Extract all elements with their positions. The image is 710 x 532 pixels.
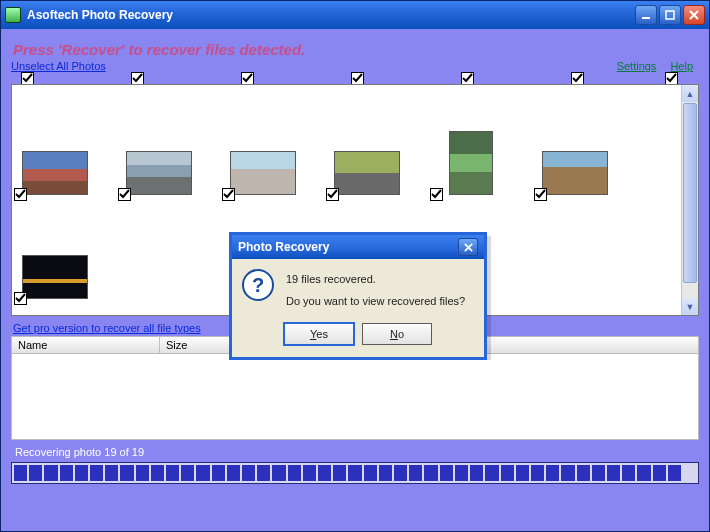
photo-thumbnail (126, 151, 192, 195)
vertical-scrollbar[interactable]: ▲ ▼ (681, 85, 698, 315)
progress-segment (166, 465, 179, 481)
progress-segment (257, 465, 270, 481)
window-title: Asoftech Photo Recovery (27, 8, 635, 22)
title-bar: Asoftech Photo Recovery (1, 1, 709, 29)
dialog-line2: Do you want to view recovered files? (286, 295, 465, 307)
thumbnail-item[interactable] (124, 125, 194, 195)
scroll-down-button[interactable]: ▼ (682, 298, 698, 315)
photo-thumbnail (230, 151, 296, 195)
progress-segment (29, 465, 42, 481)
thumbnail-item[interactable] (540, 125, 610, 195)
progress-segment (242, 465, 255, 481)
app-icon (5, 7, 21, 23)
progress-segment (303, 465, 316, 481)
main-window: Asoftech Photo Recovery Press 'Recover' … (0, 0, 710, 532)
progress-segment (440, 465, 453, 481)
progress-segment (485, 465, 498, 481)
progress-segment (333, 465, 346, 481)
progress-segment (318, 465, 331, 481)
dialog-line1: 19 files recovered. (286, 273, 465, 285)
pro-version-link[interactable]: Get pro version to recover all file type… (13, 322, 201, 334)
thumbnail-checkbox[interactable] (534, 188, 547, 201)
app-body: Press 'Recover' to recover files detecte… (1, 29, 709, 531)
scroll-thumb[interactable] (683, 103, 697, 283)
photo-thumbnail (22, 255, 88, 299)
progress-segment (44, 465, 57, 481)
photo-thumbnail (334, 151, 400, 195)
progress-segment (546, 465, 559, 481)
thumbnail-item[interactable] (20, 229, 90, 299)
progress-segment (607, 465, 620, 481)
unselect-all-link[interactable]: Unselect All Photos (11, 60, 106, 72)
maximize-button[interactable] (659, 5, 681, 25)
progress-segment (14, 465, 27, 481)
progress-segment (212, 465, 225, 481)
progress-segment (151, 465, 164, 481)
scroll-up-button[interactable]: ▲ (682, 85, 698, 102)
status-text: Recovering photo 19 of 19 (11, 440, 699, 462)
progress-segment (379, 465, 392, 481)
progress-segment (288, 465, 301, 481)
progress-segment (272, 465, 285, 481)
progress-segment (561, 465, 574, 481)
photo-thumbnail (542, 151, 608, 195)
progress-segment (136, 465, 149, 481)
question-icon: ? (242, 269, 274, 301)
progress-segment (60, 465, 73, 481)
settings-link[interactable]: Settings (617, 60, 657, 72)
svg-rect-1 (666, 11, 674, 19)
window-buttons (635, 5, 705, 25)
progress-segment (516, 465, 529, 481)
banner-text: Press 'Recover' to recover files detecte… (11, 37, 699, 60)
thumbnail-item[interactable] (20, 125, 90, 195)
progress-segment (683, 465, 696, 481)
progress-segment (364, 465, 377, 481)
file-grid-body (11, 354, 699, 440)
progress-segment (531, 465, 544, 481)
photo-thumbnail (449, 131, 493, 195)
thumbnail-checkbox[interactable] (14, 188, 27, 201)
progress-segment (424, 465, 437, 481)
photo-thumbnail (22, 151, 88, 195)
dialog-close-button[interactable] (458, 238, 478, 256)
toolbar: Unselect All Photos Settings Help (11, 60, 699, 72)
progress-segment (455, 465, 468, 481)
progress-segment (653, 465, 666, 481)
dialog-title-bar: Photo Recovery (232, 235, 484, 259)
progress-segment (181, 465, 194, 481)
minimize-button[interactable] (635, 5, 657, 25)
dialog-title-text: Photo Recovery (238, 240, 458, 254)
close-button[interactable] (683, 5, 705, 25)
progress-segment (196, 465, 209, 481)
thumbnail-item[interactable] (228, 125, 298, 195)
thumbnail-checkbox[interactable] (430, 188, 443, 201)
progress-segment (622, 465, 635, 481)
progress-segment (75, 465, 88, 481)
progress-segment (409, 465, 422, 481)
progress-segment (668, 465, 681, 481)
dialog-body: ? 19 files recovered. Do you want to vie… (232, 259, 484, 357)
progress-segment (470, 465, 483, 481)
column-header-name[interactable]: Name (12, 337, 160, 353)
progress-segment (577, 465, 590, 481)
thumbnail-item[interactable] (436, 125, 506, 195)
progress-segment (637, 465, 650, 481)
progress-segment (105, 465, 118, 481)
thumbnail-checkbox[interactable] (326, 188, 339, 201)
thumbnail-checkbox[interactable] (14, 292, 27, 305)
recovery-dialog: Photo Recovery ? 19 files recovered. Do … (229, 232, 487, 360)
progress-segment (348, 465, 361, 481)
thumbnail-checkbox[interactable] (222, 188, 235, 201)
help-link[interactable]: Help (670, 60, 693, 72)
progress-segment (120, 465, 133, 481)
svg-rect-0 (642, 17, 650, 19)
yes-button[interactable]: Yes (284, 323, 354, 345)
no-button[interactable]: No (362, 323, 432, 345)
thumbnail-checkbox[interactable] (118, 188, 131, 201)
progress-segment (501, 465, 514, 481)
progress-segment (227, 465, 240, 481)
thumbnail-item[interactable] (332, 125, 402, 195)
dialog-message: 19 files recovered. Do you want to view … (286, 273, 465, 307)
top-checkbox-strip (11, 74, 699, 84)
progress-segment (394, 465, 407, 481)
